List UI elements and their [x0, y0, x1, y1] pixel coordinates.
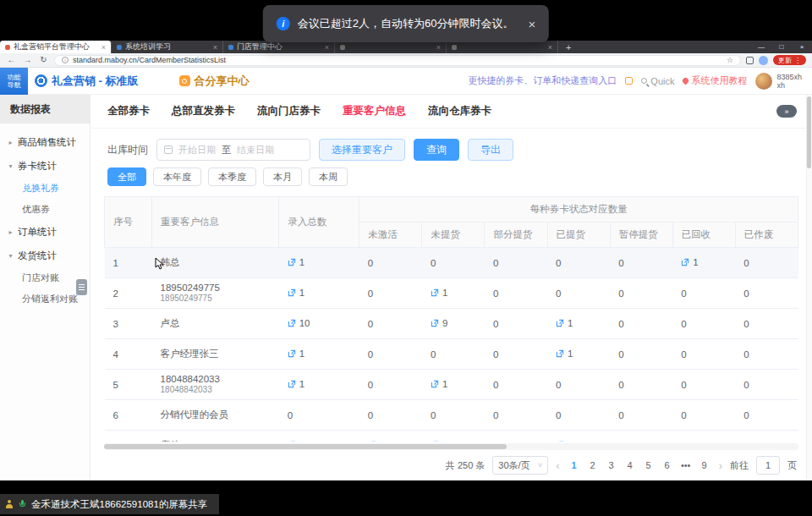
select-customer-button[interactable]: 选择重要客户 [319, 139, 405, 161]
col-seq: 序号 [105, 197, 152, 248]
sidebar-item-head[interactable]: ▾ 发货统计 [0, 244, 90, 267]
tab-favicon-icon [228, 45, 233, 50]
sidebar-item-head[interactable]: ▸ 订单统计 [0, 220, 90, 244]
quick-filter-chip[interactable]: 本季度 [208, 167, 256, 186]
forward-icon[interactable]: → [22, 56, 33, 64]
page-number[interactable]: 3 [605, 460, 618, 470]
horizontal-scrollbar[interactable] [104, 443, 798, 450]
page-number[interactable]: 6 [661, 460, 674, 470]
count-cell[interactable]: 20 [279, 431, 359, 442]
browser-profile-avatar[interactable] [759, 56, 768, 65]
vertical-scrollbar-thumb[interactable] [807, 96, 811, 168]
count-cell[interactable]: 1 [279, 370, 359, 400]
browser-tab[interactable]: × [335, 41, 447, 53]
sidebar-subitem[interactable]: 兑换礼券 [0, 178, 90, 199]
page-number[interactable]: 4 [623, 460, 637, 470]
user-menu[interactable]: 8385xh xh [755, 73, 802, 90]
page-number[interactable]: ••• [679, 460, 693, 470]
page-number[interactable]: 9 [698, 460, 711, 470]
browser-tab[interactable]: 门店管理中心 × [223, 41, 335, 53]
count-cell[interactable]: 10 [279, 309, 359, 339]
tab-close-icon[interactable]: × [213, 43, 217, 52]
tab-close-icon[interactable]: × [548, 43, 552, 52]
count-cell[interactable]: 9 [422, 309, 485, 339]
bookmark-icon[interactable]: ☆ [727, 56, 733, 64]
content-tab[interactable]: 总部直发券卡 [172, 104, 235, 118]
toast-close-icon[interactable]: × [528, 17, 535, 31]
tab-close-icon[interactable]: × [102, 43, 106, 52]
count-link-icon [556, 349, 564, 358]
count-cell[interactable]: 1 [672, 248, 735, 278]
count-cell[interactable]: 1 [422, 278, 485, 309]
content-tab[interactable]: 重要客户信息 [343, 104, 406, 118]
caret-icon: ▾ [7, 252, 14, 260]
vertical-scrollbar[interactable] [806, 95, 812, 480]
count-cell[interactable]: 18 [359, 431, 422, 442]
quick-search[interactable]: Quick [641, 76, 674, 86]
count-cell: 0 [547, 248, 610, 278]
count-cell[interactable]: 1 [279, 339, 359, 370]
collapse-panel-icon[interactable]: » [776, 105, 797, 118]
window-close-button[interactable]: × [792, 43, 812, 51]
quick-filter-chip[interactable]: 本年度 [153, 167, 201, 186]
page-size-select[interactable]: 30条/页 ˅ [492, 456, 548, 475]
sidebar-item-label: 券卡统计 [18, 160, 57, 173]
count-cell[interactable]: 1 [547, 339, 610, 370]
count-cell: 0 [359, 339, 422, 370]
promo-link[interactable]: 更快捷的券卡、订单和快递查询入口 [468, 74, 617, 87]
maximize-button[interactable]: □ [771, 43, 792, 51]
browser-update-button[interactable]: 更新 ⋮ [773, 55, 806, 65]
start-date-placeholder[interactable]: 开始日期 [178, 144, 216, 156]
count-cell: 0 [485, 309, 547, 339]
row-customer: 分销代理的会员 [152, 400, 279, 431]
page-number[interactable]: 1 [568, 460, 581, 470]
prev-page-icon[interactable]: ‹ [556, 459, 559, 472]
count-cell[interactable]: 1 [422, 431, 485, 442]
reload-icon[interactable]: ↻ [38, 56, 49, 64]
content-tab[interactable]: 流向仓库券卡 [428, 104, 491, 118]
page-number[interactable]: 5 [642, 460, 656, 470]
browser-tab[interactable]: 系统培训学习 × [112, 41, 223, 53]
tab-close-icon[interactable]: × [325, 43, 329, 52]
end-date-placeholder[interactable]: 结束日期 [237, 144, 274, 156]
quick-filter-chip[interactable]: 本月 [263, 167, 302, 186]
back-icon[interactable]: ← [6, 56, 17, 64]
tab-close-icon[interactable]: × [436, 43, 441, 52]
page-number[interactable]: 2 [586, 460, 600, 470]
count-cell[interactable]: 1 [279, 248, 359, 278]
url-bar[interactable]: i standard.maboy.cn/CardMemberStatistics… [54, 55, 741, 66]
sidebar-item-head[interactable]: ▸ 商品销售统计 [0, 130, 90, 154]
count-cell[interactable]: 1 [547, 431, 610, 442]
table-row: 6 分销代理的会员 00000000 [105, 400, 798, 431]
date-range-input[interactable]: 开始日期 至 结束日期 [156, 139, 310, 161]
user-sub: xh [776, 81, 802, 90]
next-page-icon[interactable]: › [719, 459, 722, 472]
export-button[interactable]: 导出 [468, 139, 513, 161]
count-cell[interactable]: 1 [547, 309, 610, 339]
minimize-button[interactable]: — [751, 43, 771, 51]
site-info-icon[interactable]: i [62, 57, 69, 63]
navbar-right: 更新 ⋮ [746, 55, 806, 65]
extensions-icon[interactable] [746, 57, 754, 64]
new-tab-button[interactable]: + [558, 41, 579, 53]
scrollbar-thumb[interactable] [104, 444, 507, 449]
goto-page-input[interactable] [756, 456, 780, 475]
count-cell[interactable]: 1 [422, 370, 485, 400]
share-center-link[interactable]: 合分享中心 [179, 74, 250, 89]
calendar-icon [164, 145, 173, 154]
page-unit-label: 页 [787, 459, 797, 472]
content-tab[interactable]: 全部券卡 [107, 104, 150, 118]
tutorial-link[interactable]: 系统使用教程 [683, 74, 747, 87]
sidebar-subitem[interactable]: 优惠券 [0, 199, 90, 220]
browser-tab[interactable]: 礼盒营销平台管理中心 × [0, 41, 112, 53]
count-cell[interactable]: 1 [279, 278, 359, 309]
count-link-icon [288, 258, 296, 266]
search-button[interactable]: 查询 [414, 139, 459, 161]
quick-filter-chip[interactable]: 全部 [107, 167, 146, 186]
sidebar-item-head[interactable]: ▾ 券卡统计 [0, 154, 90, 178]
browser-tab[interactable]: × [447, 41, 558, 53]
nav-toggle-button[interactable]: 功能 导航 [0, 68, 28, 95]
content-tab[interactable]: 流向门店券卡 [257, 104, 321, 118]
sidebar-drag-handle-icon[interactable] [76, 279, 87, 295]
quick-filter-chip[interactable]: 本周 [309, 167, 348, 186]
